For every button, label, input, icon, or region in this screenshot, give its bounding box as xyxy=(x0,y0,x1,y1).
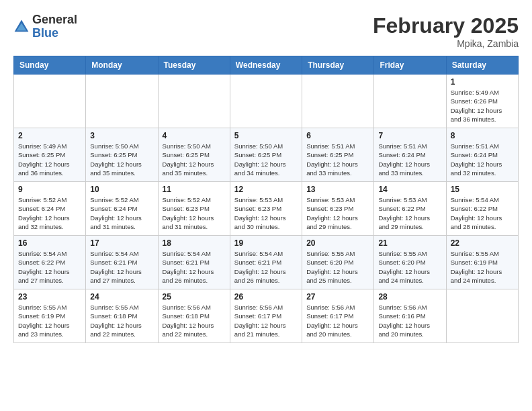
day-info: Sunrise: 5:52 AM Sunset: 6:23 PM Dayligh… xyxy=(163,195,226,231)
day-number: 27 xyxy=(306,292,369,302)
day-number: 20 xyxy=(306,238,369,248)
calendar-cell: 19Sunrise: 5:54 AM Sunset: 6:21 PM Dayli… xyxy=(230,236,302,289)
calendar-cell: 16Sunrise: 5:54 AM Sunset: 6:22 PM Dayli… xyxy=(14,236,86,289)
day-number: 9 xyxy=(18,185,81,194)
day-number: 5 xyxy=(234,131,298,140)
calendar-cell: 28Sunrise: 5:56 AM Sunset: 6:16 PM Dayli… xyxy=(374,289,446,343)
calendar-table: Sunday Monday Tuesday Wednesday Thursday… xyxy=(13,56,519,343)
header-wednesday: Wednesday xyxy=(230,56,302,75)
calendar-week-3: 9Sunrise: 5:52 AM Sunset: 6:24 PM Daylig… xyxy=(14,182,519,236)
day-info: Sunrise: 5:56 AM Sunset: 6:17 PM Dayligh… xyxy=(234,303,298,338)
calendar-cell xyxy=(14,75,86,128)
calendar-cell: 14Sunrise: 5:53 AM Sunset: 6:22 PM Dayli… xyxy=(374,182,446,236)
day-info: Sunrise: 5:52 AM Sunset: 6:24 PM Dayligh… xyxy=(18,195,81,231)
day-number: 23 xyxy=(18,292,81,302)
day-number: 4 xyxy=(163,131,226,140)
calendar-cell xyxy=(230,75,302,128)
calendar-cell: 3Sunrise: 5:50 AM Sunset: 6:25 PM Daylig… xyxy=(86,128,158,182)
calendar-week-1: 1Sunrise: 5:49 AM Sunset: 6:26 PM Daylig… xyxy=(14,75,519,128)
day-number: 15 xyxy=(451,185,514,194)
calendar-cell: 9Sunrise: 5:52 AM Sunset: 6:24 PM Daylig… xyxy=(14,182,86,236)
day-number: 25 xyxy=(163,292,226,302)
day-info: Sunrise: 5:53 AM Sunset: 6:23 PM Dayligh… xyxy=(306,195,369,231)
calendar-cell: 24Sunrise: 5:55 AM Sunset: 6:18 PM Dayli… xyxy=(86,289,158,343)
day-info: Sunrise: 5:52 AM Sunset: 6:24 PM Dayligh… xyxy=(90,195,153,231)
calendar-week-4: 16Sunrise: 5:54 AM Sunset: 6:22 PM Dayli… xyxy=(14,236,519,289)
calendar-cell: 21Sunrise: 5:55 AM Sunset: 6:20 PM Dayli… xyxy=(374,236,446,289)
day-info: Sunrise: 5:51 AM Sunset: 6:24 PM Dayligh… xyxy=(451,142,514,177)
day-info: Sunrise: 5:49 AM Sunset: 6:25 PM Dayligh… xyxy=(18,142,81,177)
day-info: Sunrise: 5:55 AM Sunset: 6:18 PM Dayligh… xyxy=(90,303,153,338)
calendar-week-5: 23Sunrise: 5:55 AM Sunset: 6:19 PM Dayli… xyxy=(14,289,519,343)
logo-icon xyxy=(13,19,30,35)
day-info: Sunrise: 5:51 AM Sunset: 6:25 PM Dayligh… xyxy=(306,142,369,177)
day-number: 21 xyxy=(378,238,441,248)
day-number: 2 xyxy=(18,131,81,140)
day-number: 7 xyxy=(378,131,441,140)
day-info: Sunrise: 5:54 AM Sunset: 6:21 PM Dayligh… xyxy=(90,249,153,285)
calendar-cell: 2Sunrise: 5:49 AM Sunset: 6:25 PM Daylig… xyxy=(14,128,86,182)
day-info: Sunrise: 5:56 AM Sunset: 6:17 PM Dayligh… xyxy=(306,303,369,338)
calendar-cell: 17Sunrise: 5:54 AM Sunset: 6:21 PM Dayli… xyxy=(86,236,158,289)
day-number: 12 xyxy=(234,185,298,194)
calendar-location: Mpika, Zambia xyxy=(373,38,519,49)
day-number: 1 xyxy=(451,77,514,87)
header-sunday: Sunday xyxy=(14,56,86,75)
calendar-cell: 11Sunrise: 5:52 AM Sunset: 6:23 PM Dayli… xyxy=(158,182,230,236)
calendar-cell: 12Sunrise: 5:53 AM Sunset: 6:23 PM Dayli… xyxy=(230,182,302,236)
day-info: Sunrise: 5:55 AM Sunset: 6:20 PM Dayligh… xyxy=(306,249,369,285)
day-info: Sunrise: 5:55 AM Sunset: 6:20 PM Dayligh… xyxy=(378,249,441,285)
day-number: 14 xyxy=(378,185,441,194)
header-friday: Friday xyxy=(374,56,446,75)
day-number: 17 xyxy=(90,238,153,248)
day-info: Sunrise: 5:53 AM Sunset: 6:22 PM Dayligh… xyxy=(378,195,441,231)
title-block: February 2025 Mpika, Zambia xyxy=(373,13,519,49)
page-header: General Blue February 2025 Mpika, Zambia xyxy=(13,13,519,49)
day-info: Sunrise: 5:53 AM Sunset: 6:23 PM Dayligh… xyxy=(234,195,298,231)
calendar-cell xyxy=(302,75,374,128)
day-number: 19 xyxy=(234,238,298,248)
calendar-cell: 5Sunrise: 5:50 AM Sunset: 6:25 PM Daylig… xyxy=(230,128,302,182)
calendar-cell: 7Sunrise: 5:51 AM Sunset: 6:24 PM Daylig… xyxy=(374,128,446,182)
day-info: Sunrise: 5:54 AM Sunset: 6:21 PM Dayligh… xyxy=(163,249,226,285)
calendar-cell: 20Sunrise: 5:55 AM Sunset: 6:20 PM Dayli… xyxy=(302,236,374,289)
calendar-cell: 8Sunrise: 5:51 AM Sunset: 6:24 PM Daylig… xyxy=(446,128,518,182)
calendar-cell: 22Sunrise: 5:55 AM Sunset: 6:19 PM Dayli… xyxy=(446,236,518,289)
header-saturday: Saturday xyxy=(446,56,518,75)
day-number: 24 xyxy=(90,292,153,302)
day-info: Sunrise: 5:50 AM Sunset: 6:25 PM Dayligh… xyxy=(163,142,226,177)
header-thursday: Thursday xyxy=(302,56,374,75)
day-number: 22 xyxy=(451,238,514,248)
calendar-cell: 13Sunrise: 5:53 AM Sunset: 6:23 PM Dayli… xyxy=(302,182,374,236)
calendar-cell: 15Sunrise: 5:54 AM Sunset: 6:22 PM Dayli… xyxy=(446,182,518,236)
day-number: 8 xyxy=(451,131,514,140)
calendar-title: February 2025 xyxy=(373,13,519,38)
day-info: Sunrise: 5:50 AM Sunset: 6:25 PM Dayligh… xyxy=(90,142,153,177)
calendar-cell: 10Sunrise: 5:52 AM Sunset: 6:24 PM Dayli… xyxy=(86,182,158,236)
logo: General Blue xyxy=(13,13,77,40)
day-info: Sunrise: 5:56 AM Sunset: 6:16 PM Dayligh… xyxy=(378,303,441,338)
header-monday: Monday xyxy=(86,56,158,75)
day-info: Sunrise: 5:54 AM Sunset: 6:21 PM Dayligh… xyxy=(234,249,298,285)
calendar-cell: 27Sunrise: 5:56 AM Sunset: 6:17 PM Dayli… xyxy=(302,289,374,343)
day-info: Sunrise: 5:49 AM Sunset: 6:26 PM Dayligh… xyxy=(451,88,514,124)
day-number: 11 xyxy=(163,185,226,194)
header-tuesday: Tuesday xyxy=(158,56,230,75)
day-number: 16 xyxy=(18,238,81,248)
day-number: 18 xyxy=(163,238,226,248)
calendar-cell: 26Sunrise: 5:56 AM Sunset: 6:17 PM Dayli… xyxy=(230,289,302,343)
day-number: 3 xyxy=(90,131,153,140)
day-info: Sunrise: 5:55 AM Sunset: 6:19 PM Dayligh… xyxy=(18,303,81,338)
calendar-cell: 1Sunrise: 5:49 AM Sunset: 6:26 PM Daylig… xyxy=(446,75,518,128)
calendar-cell: 6Sunrise: 5:51 AM Sunset: 6:25 PM Daylig… xyxy=(302,128,374,182)
logo-text: General Blue xyxy=(32,13,77,40)
calendar-cell xyxy=(158,75,230,128)
calendar-cell: 18Sunrise: 5:54 AM Sunset: 6:21 PM Dayli… xyxy=(158,236,230,289)
calendar-cell xyxy=(374,75,446,128)
day-number: 26 xyxy=(234,292,298,302)
day-number: 6 xyxy=(306,131,369,140)
calendar-week-2: 2Sunrise: 5:49 AM Sunset: 6:25 PM Daylig… xyxy=(14,128,519,182)
day-info: Sunrise: 5:54 AM Sunset: 6:22 PM Dayligh… xyxy=(451,195,514,231)
day-info: Sunrise: 5:55 AM Sunset: 6:19 PM Dayligh… xyxy=(451,249,514,285)
day-info: Sunrise: 5:51 AM Sunset: 6:24 PM Dayligh… xyxy=(378,142,441,177)
